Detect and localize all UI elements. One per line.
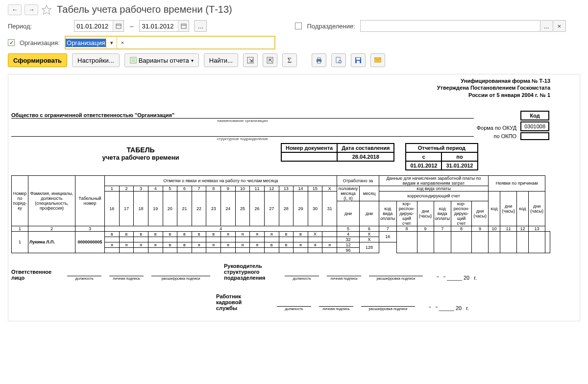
form-note-line: Утверждена Постановлением Госкомстата [437,84,550,91]
okud-label: Форма по ОКУД [477,124,517,133]
toolbar: Сформировать Настройки... Варианты отчет… [8,53,580,67]
subdivision-checkbox[interactable] [295,23,302,29]
svg-text:⇱: ⇱ [269,58,272,63]
settings-button[interactable]: Настройки... [72,53,120,67]
subdivision-clear-button[interactable]: × [553,20,566,32]
calendar-icon[interactable] [113,21,123,31]
subdivision-label: Подразделение: [307,23,355,30]
forward-button[interactable]: → [24,4,38,15]
date-to-field [139,20,189,32]
doc-info: Номер документаДата составления 28.04.20… [281,143,394,162]
date-from-input[interactable] [74,23,113,30]
main-table: Номер по поряд-ку Фамилия, инициалы, дол… [11,175,550,253]
organization-checkbox[interactable]: ✓ [8,39,15,46]
expand-icon-button[interactable]: ⇲ [243,53,258,67]
form-note-line: Унифицированная форма № Т-13 [437,77,550,84]
subdiv-caption: структурное подразделение [11,137,474,141]
calendar-icon[interactable] [178,21,189,31]
period-label: Период: [8,23,32,30]
org-name: Общество с ограниченной ответственностью… [11,112,474,119]
code-box: Код 0301008 [519,110,550,141]
favorite-star-icon[interactable] [41,4,52,15]
hr-label: Работник кадровой службы [216,293,263,311]
period-more-button[interactable]: ... [194,20,207,32]
envelope-icon [374,57,381,63]
date-from-field [74,20,124,32]
svg-rect-20 [357,61,360,63]
dash: – [129,23,134,30]
signature-row-1: Ответственное лицо должность личная подп… [11,263,550,281]
filter-row-2: ✓ Организация: Организация ▾ × [8,36,580,49]
printer-icon [316,57,322,64]
head-label: Руководитель структурного подразделения [224,263,271,281]
save-icon-button[interactable] [351,53,366,67]
responsible-label: Ответственное лицо [11,269,53,281]
svg-rect-15 [318,61,320,63]
report-area: Унифицированная форма № Т-13 Утверждена … [8,74,580,321]
svg-rect-3 [181,24,186,28]
subdivision-more-button[interactable]: ... [540,20,553,32]
svg-rect-16 [336,57,340,63]
svg-marker-0 [42,5,51,14]
report-title: ТАБЕЛЬ [11,146,270,154]
sum-icon-button[interactable]: Σ [282,53,297,67]
filter-row-1: Период: – ... Подразделение: ... × [8,20,580,32]
email-icon-button[interactable] [370,53,385,67]
okpo-label: по ОКПО [477,132,517,141]
magnifier-doc-icon [335,57,342,64]
list-icon [130,57,137,64]
organization-label: Организация: [20,39,60,47]
date-to-input[interactable] [140,23,178,30]
signature-row-2: Работник кадровой службы должность лична… [11,293,550,311]
report-subtitle: учета рабочего времени [11,154,270,161]
print-icon-button[interactable] [312,53,326,67]
collapse-icon-button[interactable]: ⇱ [263,53,277,67]
generate-button[interactable]: Сформировать [8,53,67,67]
preview-icon-button[interactable] [331,53,346,67]
back-button[interactable]: ← [8,4,22,15]
report-variants-button[interactable]: Варианты отчета ▾ [124,53,199,67]
svg-rect-14 [318,58,320,59]
svg-rect-19 [356,58,360,60]
organization-clear-button[interactable]: × [117,37,127,48]
form-note-line: России от 5 января 2004 г. № 1 [437,92,550,98]
svg-rect-1 [116,24,121,28]
diskette-icon [355,57,362,64]
organization-dropdown-button[interactable]: ▾ [106,37,117,48]
find-button[interactable]: Найти... [204,53,238,67]
org-caption: наименование организации [11,119,474,123]
title-bar: ← → Табель учета рабочего времени (Т-13) [8,4,580,15]
svg-text:⇲: ⇲ [249,58,253,63]
period-info: Отчетный период спо 01.01.201231.01.2012 [405,143,478,170]
page-title: Табель учета рабочего времени (Т-13) [57,4,232,15]
subdivision-input[interactable] [360,20,540,32]
